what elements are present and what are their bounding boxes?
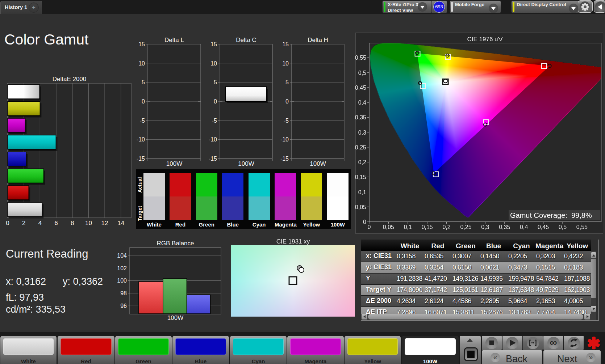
svg-text:0,45: 0,45 xyxy=(538,224,549,230)
svg-text:0,2: 0,2 xyxy=(442,224,450,230)
svg-text:0,15: 0,15 xyxy=(422,224,433,230)
svg-text:0,55: 0,55 xyxy=(576,224,588,230)
svg-text:0,5: 0,5 xyxy=(559,224,567,230)
svg-text:0,5: 0,5 xyxy=(358,70,366,76)
svg-text:0,4: 0,4 xyxy=(520,224,528,230)
svg-text:0,55: 0,55 xyxy=(355,55,366,61)
svg-text:0,3: 0,3 xyxy=(358,130,366,136)
svg-text:0: 0 xyxy=(368,224,371,230)
svg-text:0,05: 0,05 xyxy=(383,224,394,230)
svg-text:0,25: 0,25 xyxy=(460,224,471,230)
svg-text:0,15: 0,15 xyxy=(355,174,366,180)
svg-text:0,4: 0,4 xyxy=(358,100,366,106)
svg-text:0,35: 0,35 xyxy=(499,224,510,230)
svg-text:Gamut Coverage: 99,8%: Gamut Coverage: 99,8% xyxy=(510,211,592,219)
svg-text:0,25: 0,25 xyxy=(355,144,366,151)
svg-text:0,1: 0,1 xyxy=(358,189,366,195)
svg-text:CIE 1976 u'v': CIE 1976 u'v' xyxy=(467,36,503,43)
svg-text:0,1: 0,1 xyxy=(404,224,412,230)
svg-text:0: 0 xyxy=(363,219,366,225)
svg-text:0,3: 0,3 xyxy=(481,224,489,230)
svg-text:0,35: 0,35 xyxy=(355,114,366,120)
svg-text:0,2: 0,2 xyxy=(358,159,366,165)
svg-text:0,05: 0,05 xyxy=(355,204,366,210)
svg-text:CIE 1931 xy: CIE 1931 xy xyxy=(276,238,310,245)
svg-text:0,45: 0,45 xyxy=(355,85,366,91)
